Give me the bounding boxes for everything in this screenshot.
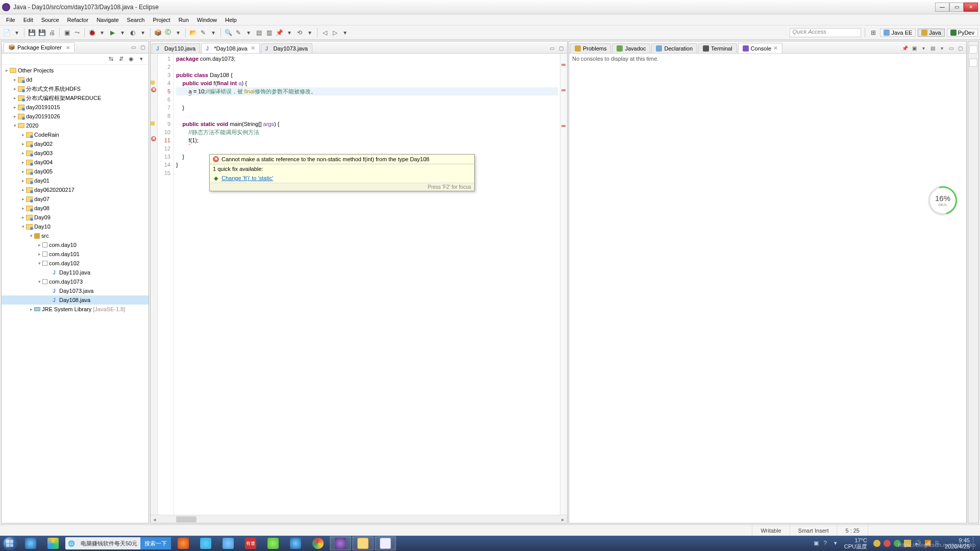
taskbar-firefox[interactable] <box>173 536 194 550</box>
tree-item[interactable]: ▾com.day102 <box>2 259 149 268</box>
annotate-icon[interactable]: ✎ <box>234 28 243 37</box>
tree-item[interactable]: ▸Other Projects <box>2 66 149 75</box>
tray-chevron-icon[interactable]: ▾ <box>834 540 841 547</box>
start-button[interactable] <box>0 536 19 551</box>
new-icon[interactable]: 📄 <box>2 28 11 37</box>
expand-icon[interactable]: ▸ <box>20 169 26 174</box>
dropdown-icon[interactable]: ▾ <box>244 28 253 37</box>
tree-item[interactable]: ▾2020 <box>2 121 149 130</box>
nav-icon[interactable]: ⟲ <box>295 28 304 37</box>
view-menu-icon[interactable]: ▾ <box>137 55 145 63</box>
menu-refactor[interactable]: Refactor <box>63 16 93 24</box>
save-all-icon[interactable]: 💾 <box>37 28 46 37</box>
new-class-icon[interactable]: Ⓒ <box>163 28 173 37</box>
tree-item[interactable]: ▸com.day10 <box>2 240 149 249</box>
expand-icon[interactable]: ▸ <box>12 86 18 91</box>
expand-icon[interactable]: ▸ <box>20 178 26 183</box>
tree-item[interactable]: ▸JRE System Library [JavaSE-1.8] <box>2 305 149 314</box>
editor-tab[interactable]: Day110.java <box>152 43 200 53</box>
expand-icon[interactable]: ▸ <box>20 196 26 202</box>
dropdown-icon[interactable]: ▾ <box>285 28 294 37</box>
close-button[interactable]: ✕ <box>964 3 978 12</box>
menu-search[interactable]: Search <box>123 16 149 24</box>
print-icon[interactable]: 🖨 <box>47 28 57 37</box>
tree-item[interactable]: ▸day004 <box>2 158 149 167</box>
view-tab-declaration[interactable]: Declaration <box>651 43 697 53</box>
expand-icon[interactable]: ▸ <box>20 132 26 137</box>
code-editor[interactable]: package com.day1073; public class Day108… <box>174 54 560 515</box>
quick-fix-link[interactable]: Change 'f()' to 'static' <box>222 175 273 181</box>
expand-icon[interactable]: ▸ <box>12 114 18 119</box>
dropdown-icon[interactable]: ▾ <box>938 44 946 52</box>
tree-item[interactable]: ▸分布式文件系统HDFS <box>2 84 149 93</box>
tree-item[interactable]: Day1073.java <box>2 286 149 295</box>
tray-icon[interactable] <box>873 540 880 547</box>
coverage-icon[interactable]: ◐ <box>128 28 137 37</box>
error-marker[interactable] <box>561 89 566 91</box>
error-marker-icon[interactable]: ✖ <box>151 136 156 141</box>
minimize-view-icon[interactable]: ▭ <box>129 43 137 52</box>
search-icon[interactable]: 🔍 <box>224 28 233 37</box>
tree-item[interactable]: ▸day20191026 <box>2 112 149 121</box>
link-editor-icon[interactable]: ⇵ <box>117 55 125 63</box>
terminal-icon[interactable]: ▣ <box>62 28 71 37</box>
forward-icon[interactable]: ▷ <box>330 28 339 37</box>
quick-access-input[interactable]: Quick Access <box>790 28 861 37</box>
maximize-view-icon[interactable]: ▢ <box>138 43 146 52</box>
editor-scrollbar[interactable]: ◂ ▸ <box>151 515 567 523</box>
tree-item[interactable]: ▾com.day1073 <box>2 277 149 286</box>
tree-item[interactable]: ▸day0620200217 <box>2 185 149 194</box>
tray-help-icon[interactable]: ? <box>824 540 831 547</box>
dropdown-icon[interactable]: ▾ <box>174 28 183 37</box>
pin-console-icon[interactable]: 📌 <box>901 44 909 52</box>
menu-project[interactable]: Project <box>149 16 174 24</box>
scroll-right-icon[interactable]: ▸ <box>559 515 567 523</box>
expand-icon[interactable]: ▸ <box>20 151 26 156</box>
speed-widget[interactable]: 16% 0K/s <box>928 186 957 215</box>
expand-icon[interactable]: ▸ <box>36 252 42 257</box>
close-icon[interactable]: ✕ <box>66 45 70 51</box>
error-marker[interactable] <box>561 64 566 66</box>
expand-icon[interactable]: ▾ <box>20 224 26 229</box>
expand-icon[interactable]: ▾ <box>36 279 42 284</box>
expand-icon[interactable]: ▸ <box>20 215 26 220</box>
tray-temperature[interactable]: 17°C CPU温度 <box>844 537 867 549</box>
minimize-view-icon[interactable]: ▭ <box>947 44 955 52</box>
project-tree[interactable]: ▸Other Projects▸dd▸分布式文件系统HDFS▸分布式编程框架MA… <box>2 65 149 523</box>
tree-item[interactable]: ▸dd <box>2 75 149 84</box>
run-icon[interactable]: ▶ <box>108 28 117 37</box>
tree-item[interactable]: ▸com.day101 <box>2 249 149 259</box>
taskbar-notepad[interactable] <box>375 536 396 550</box>
tree-item[interactable]: ▸day08 <box>2 204 149 213</box>
taskbar-ie[interactable] <box>20 536 41 550</box>
expand-icon[interactable]: ▾ <box>28 233 34 238</box>
tree-item[interactable]: ▾Day10 <box>2 222 149 231</box>
view-tab-terminal[interactable]: Terminal <box>698 43 737 53</box>
open-type-icon[interactable]: 📂 <box>188 28 198 37</box>
package-explorer-tab[interactable]: 📦 Package Explorer ✕ <box>4 42 75 52</box>
taskbar-cloud[interactable] <box>217 536 239 550</box>
minimize-button[interactable]: — <box>935 3 949 12</box>
dropdown-icon[interactable]: ▾ <box>118 28 127 37</box>
taskbar-explorer[interactable] <box>352 536 374 550</box>
scroll-thumb[interactable] <box>176 516 197 522</box>
tree-item[interactable]: ▸day01 <box>2 176 149 185</box>
perspective-java[interactable]: Java <box>918 29 944 37</box>
back-icon[interactable]: ◁ <box>320 28 329 37</box>
tree-item[interactable]: ▸分布式编程框架MAPREDUCE <box>2 93 149 103</box>
open-perspective-icon[interactable]: ⊞ <box>869 28 878 37</box>
expand-icon[interactable]: ▸ <box>20 160 26 165</box>
expand-icon[interactable]: ▸ <box>20 187 26 192</box>
expand-icon[interactable]: ▸ <box>4 68 10 73</box>
editor-tab[interactable]: Day1073.java <box>261 43 312 53</box>
pin-icon[interactable]: 📌 <box>275 28 284 37</box>
tree-item[interactable]: Day110.java <box>2 268 149 277</box>
tree-item[interactable]: ▸day005 <box>2 167 149 176</box>
menu-edit[interactable]: Edit <box>19 16 37 24</box>
tray-icon[interactable] <box>884 540 891 547</box>
task-icon[interactable]: ▤ <box>254 28 263 37</box>
tree-item[interactable]: ▸day07 <box>2 194 149 204</box>
save-icon[interactable]: 💾 <box>27 28 36 37</box>
tree-item[interactable]: ▾src <box>2 231 149 240</box>
new-console-icon[interactable]: ▤ <box>928 44 937 52</box>
